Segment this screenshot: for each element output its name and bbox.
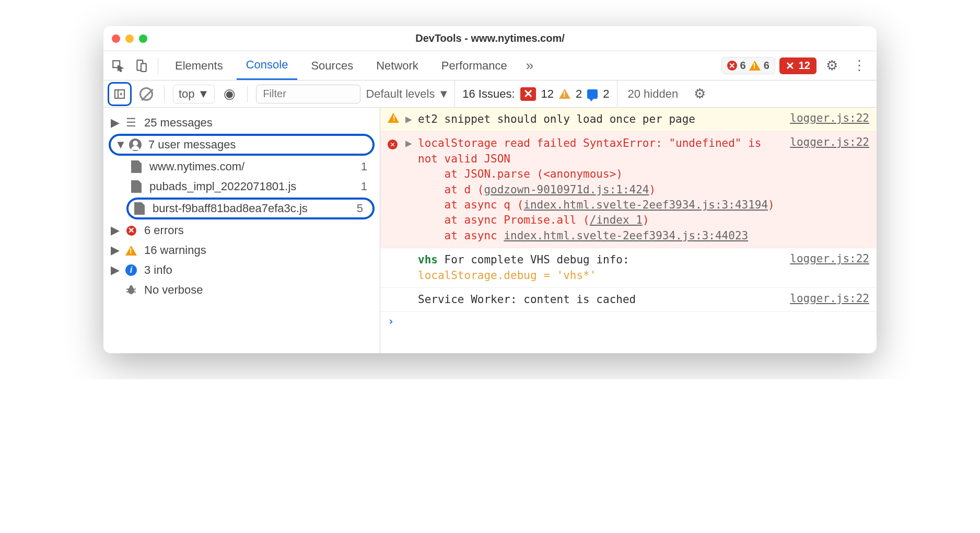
svg-line-8 [134, 289, 136, 289]
sidebar-info-label: 3 info [144, 263, 372, 277]
sidebar-messages[interactable]: ▶ ☰ 25 messages [106, 113, 378, 133]
stack-link[interactable]: index.html.svelte-2eef3934.js:3:43194 [523, 199, 768, 211]
sidebar-user-messages-label: 7 user messages [148, 138, 368, 152]
message-source-link[interactable]: logger.js:22 [790, 136, 869, 244]
console-message-log[interactable]: vhs For complete VHS debug info: localSt… [380, 248, 877, 288]
sidebar-file-name: pubads_impl_2022071801.js [149, 180, 355, 193]
sidebar-warnings[interactable]: ▶ 16 warnings [106, 240, 378, 260]
extension-errors-badge[interactable]: ✕ 12 [779, 57, 816, 74]
warning-icon [749, 61, 761, 71]
caret-right-icon: ▶ [405, 112, 413, 127]
divider [247, 86, 248, 102]
issues-summary[interactable]: 16 Issues: ✕ 12 2 2 [454, 80, 617, 107]
hidden-count[interactable]: 20 hidden [623, 87, 684, 101]
caret-right-icon: ▶ [111, 263, 118, 277]
more-tabs-icon[interactable]: » [521, 57, 539, 74]
bug-icon [124, 284, 138, 296]
tab-network[interactable]: Network [367, 51, 428, 80]
sidebar-user-messages[interactable]: ▼ 7 user messages [111, 136, 372, 154]
caret-right-icon: ▶ [111, 224, 118, 237]
message-text: et2 snippet should only load once per pa… [418, 112, 785, 127]
warning-icon [125, 246, 137, 256]
highlight-ring: ▼ 7 user messages [109, 134, 375, 156]
log-tag: vhs [418, 253, 438, 266]
sidebar-messages-label: 25 messages [144, 116, 372, 130]
svg-rect-2 [141, 63, 146, 71]
chevron-down-icon: ▼ [198, 87, 209, 101]
sidebar-verbose-label: No verbose [144, 283, 372, 297]
issue-error-icon: ✕ [520, 87, 536, 101]
panel-tabs: Elements Console Sources Network Perform… [166, 51, 517, 80]
clear-console-icon[interactable] [137, 85, 156, 103]
sidebar-file-name: burst-f9baff81bad8ea7efa3c.js [153, 202, 351, 215]
file-icon [131, 180, 142, 193]
error-icon: ✕ [727, 61, 737, 71]
sidebar-file-name: www.nytimes.com/ [149, 160, 355, 173]
tab-sources[interactable]: Sources [301, 51, 363, 80]
caret-right-icon: ▶ [111, 244, 118, 257]
ext-count: 12 [799, 60, 810, 72]
issue-warn-count: 2 [576, 87, 582, 101]
sidebar-verbose[interactable]: ▶ No verbose [106, 280, 378, 300]
divider [164, 86, 165, 102]
console-settings-gear-icon[interactable]: ⚙ [689, 86, 711, 102]
error-icon: ✕ [126, 226, 136, 236]
warning-count: 6 [764, 60, 769, 72]
message-source-link[interactable]: logger.js:22 [790, 112, 869, 127]
sidebar-errors[interactable]: ▶ ✕ 6 errors [106, 221, 378, 240]
stack-link[interactable]: godzown-9010971d.js:1:424 [484, 183, 649, 196]
error-warning-counter[interactable]: ✕ 6 6 [721, 57, 775, 74]
issues-label: 16 Issues: [462, 87, 515, 101]
file-icon [131, 160, 142, 173]
toggle-sidebar-icon[interactable] [110, 85, 129, 103]
issue-error-count: 12 [541, 87, 554, 101]
issue-msg-icon [587, 89, 598, 99]
issue-msg-count: 2 [603, 87, 609, 101]
settings-gear-icon[interactable]: ⚙ [821, 57, 843, 74]
error-icon: ✕ [388, 140, 398, 149]
log-levels-dropdown[interactable]: Default levels ▼ [366, 87, 449, 101]
tab-console[interactable]: Console [237, 51, 298, 80]
console-message-warning[interactable]: ▶ et2 snippet should only load once per … [380, 108, 877, 132]
user-icon [129, 138, 142, 151]
warning-icon [388, 113, 399, 123]
device-toolbar-icon[interactable] [132, 56, 150, 75]
highlight-ring [108, 82, 132, 106]
message-text: vhs For complete VHS debug info: localSt… [418, 252, 785, 283]
console-body: ▶ ☰ 25 messages ▼ 7 user messages www.ny… [103, 108, 877, 353]
console-prompt[interactable]: › [380, 312, 877, 331]
console-message-log[interactable]: Service Worker: content is cached logger… [380, 288, 877, 312]
main-toolbar: Elements Console Sources Network Perform… [103, 51, 877, 80]
message-source-link[interactable]: logger.js:22 [790, 252, 869, 283]
filter-input[interactable] [256, 85, 360, 103]
live-expression-icon[interactable]: ◉ [220, 85, 239, 103]
inspect-element-icon[interactable] [109, 56, 127, 75]
log-code: localStorage.debug = 'vhs*' [418, 269, 596, 282]
console-toolbar: top ▼ ◉ Default levels ▼ 16 Issues: ✕ 12… [103, 80, 877, 108]
sidebar-info[interactable]: ▶ i 3 info [106, 260, 378, 280]
svg-line-7 [126, 289, 129, 289]
stack-link[interactable]: /index 1 [590, 214, 643, 226]
svg-point-6 [130, 285, 133, 288]
titlebar: DevTools - www.nytimes.com/ [103, 26, 877, 51]
svg-line-9 [126, 292, 129, 292]
context-selector[interactable]: top ▼ [173, 85, 215, 103]
sidebar-errors-label: 6 errors [144, 224, 372, 237]
sidebar-file-item[interactable]: www.nytimes.com/ 1 [106, 157, 378, 177]
sidebar-file-count: 5 [357, 202, 368, 215]
sidebar-file-item[interactable]: burst-f9baff81bad8ea7efa3c.js 5 [129, 200, 372, 217]
message-source-link[interactable]: logger.js:22 [790, 292, 869, 307]
tab-performance[interactable]: Performance [432, 51, 517, 80]
more-menu-icon[interactable]: ⋮ [847, 57, 871, 74]
devtools-window: DevTools - www.nytimes.com/ Elements Con… [103, 26, 877, 353]
divider [158, 57, 158, 74]
caret-right-icon: ▶ [405, 136, 413, 244]
tab-elements[interactable]: Elements [166, 51, 232, 80]
info-icon: i [125, 264, 137, 276]
stack-link[interactable]: index.html.svelte-2eef3934.js:3:44023 [504, 229, 748, 242]
sidebar-file-item[interactable]: pubads_impl_2022071801.js 1 [106, 177, 378, 196]
console-sidebar: ▶ ☰ 25 messages ▼ 7 user messages www.ny… [103, 108, 380, 353]
window-title: DevTools - www.nytimes.com/ [103, 32, 877, 44]
highlight-ring: burst-f9baff81bad8ea7efa3c.js 5 [126, 198, 375, 219]
console-message-error[interactable]: ✕ ▶ localStorage read failed SyntaxError… [380, 132, 877, 248]
